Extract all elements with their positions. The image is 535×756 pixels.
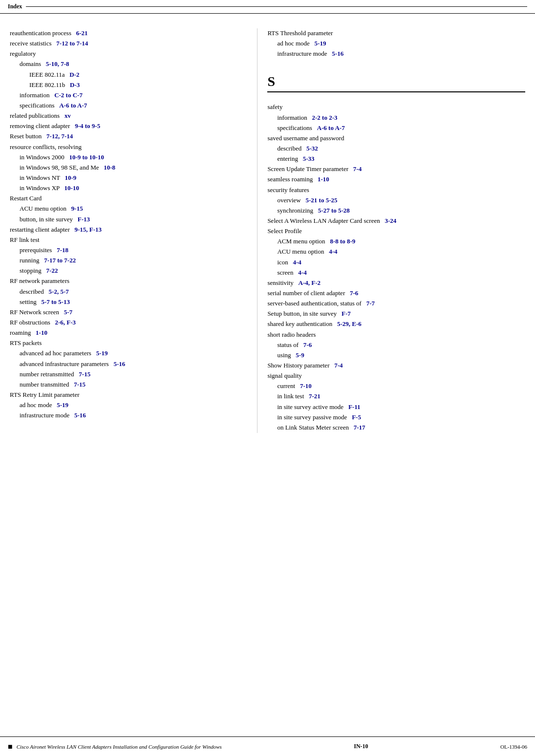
page-ref: 7-17 to 7-22 — [44, 257, 76, 264]
index-entry: ACU menu option 4-4 — [267, 247, 525, 257]
index-entry: serial number of client adapter 7-6 — [267, 288, 525, 298]
index-entry: Show History parameter 7-4 — [267, 361, 525, 370]
entry-text: IEEE 802.11a D-2 — [10, 71, 79, 78]
page-ref: 7-12, 7-14 — [46, 132, 73, 140]
index-entry: reauthentication process 6-21 — [10, 28, 247, 38]
index-entry: ad hoc mode 5-19 — [10, 400, 247, 410]
entry-text: security features — [267, 186, 309, 194]
page-ref: 8-8 to 8-9 — [330, 238, 355, 245]
page-ref: 7-7 — [366, 300, 375, 307]
page-ref: 9-15, F-13 — [74, 226, 102, 233]
entry-text: restarting client adapter 9-15, F-13 — [10, 226, 102, 233]
footer-icon: ■ — [8, 742, 13, 751]
page-header: Index — [0, 0, 535, 14]
entry-text: seamless roaming 1-10 — [267, 175, 329, 183]
entry-text: ad hoc mode 5-19 — [267, 40, 326, 47]
index-entry: in Windows 98, 98 SE, and Me 10-8 — [10, 163, 247, 173]
page-ref: 7-15 — [79, 370, 90, 378]
index-entry: in site survey passive mode F-5 — [267, 412, 525, 422]
index-entry: saved username and password — [267, 133, 525, 143]
footer-page-number: IN-10 — [354, 743, 368, 750]
index-entry: removing client adapter 9-4 to 9-5 — [10, 121, 247, 131]
entry-text: ACU menu option 9-15 — [10, 205, 83, 212]
index-entry: in link test 7-21 — [267, 391, 525, 401]
entry-text: receive statistics 7-12 to 7-14 — [10, 40, 88, 47]
page-ref: D-2 — [69, 71, 79, 78]
index-entry: Reset button 7-12, 7-14 — [10, 131, 247, 141]
index-entry: advanced infrastructure parameters 5-16 — [10, 359, 247, 369]
entry-text: advanced infrastructure parameters 5-16 — [10, 360, 125, 367]
index-entry: related publications xv — [10, 111, 247, 121]
index-entry: Setup button, in site survey F-7 — [267, 309, 525, 319]
index-entry: icon 4-4 — [267, 258, 525, 267]
entry-text: number retransmitted 7-15 — [10, 370, 90, 378]
index-entry: Screen Update Timer parameter 7-4 — [267, 164, 525, 174]
entry-text: number transmitted 7-15 — [10, 381, 86, 388]
entry-text: RF link test — [10, 236, 40, 243]
entry-text: prerequisites 7-18 — [10, 246, 68, 254]
index-entry: number retransmitted 7-15 — [10, 369, 247, 379]
index-entry: in site survey active mode F-11 — [267, 402, 525, 412]
page-ref: 7-6 — [303, 341, 312, 348]
main-content: reauthentication process 6-21receive sta… — [0, 14, 535, 462]
page-container: Index reauthentication process 6-21recei… — [0, 0, 535, 756]
entry-text: RTS Threshold parameter — [267, 29, 333, 37]
entry-text: RTS packets — [10, 339, 42, 346]
index-entry: RF network parameters — [10, 276, 247, 286]
entry-text: signal quality — [267, 372, 301, 379]
index-entry: domains 5-10, 7-8 — [10, 59, 247, 69]
index-entry: in Windows NT 10-9 — [10, 173, 247, 183]
entry-text: described 5-2, 5-7 — [10, 288, 69, 295]
index-entry: infrastructure mode 5-16 — [10, 410, 247, 420]
index-entry: described 5-32 — [267, 144, 525, 153]
page-ref: 5-29, E-6 — [337, 320, 362, 327]
footer-title: Cisco Aironet Wireless LAN Client Adapte… — [17, 744, 222, 750]
entry-text: domains 5-10, 7-8 — [10, 60, 69, 67]
page-ref: F-13 — [78, 216, 90, 223]
entry-text: Setup button, in site survey F-7 — [267, 310, 350, 317]
page-ref: 6-21 — [76, 29, 88, 37]
index-entry: shared key authentication 5-29, E-6 — [267, 319, 525, 329]
page-ref: 2-6, F-3 — [55, 319, 76, 326]
index-entry: described 5-2, 5-7 — [10, 287, 247, 297]
page-footer: ■ Cisco Aironet Wireless LAN Client Adap… — [0, 736, 535, 756]
entry-text: infrastructure mode 5-16 — [10, 411, 86, 419]
entry-text: regulatory — [10, 50, 36, 57]
entry-text: reauthentication process 6-21 — [10, 29, 88, 37]
page-ref: 7-6 — [350, 289, 358, 297]
page-ref: 5-27 to 5-28 — [318, 207, 350, 214]
index-entry: screen 4-4 — [267, 268, 525, 278]
entry-text: stopping 7-22 — [10, 267, 58, 274]
spacer — [267, 59, 525, 64]
entry-text: shared key authentication 5-29, E-6 — [267, 320, 361, 327]
page-ref: F-11 — [348, 403, 361, 410]
entry-text: in site survey active mode F-11 — [267, 403, 360, 410]
index-entry: information C-2 to C-7 — [10, 90, 247, 100]
index-entry: setting 5-7 to 5-13 — [10, 297, 247, 307]
page-ref: 10-8 — [104, 164, 115, 171]
entry-text: server-based authentication, status of 7… — [267, 300, 375, 307]
entry-text: Show History parameter 7-4 — [267, 362, 342, 369]
entry-text: overview 5-21 to 5-25 — [267, 196, 337, 204]
entry-text: in Windows NT 10-9 — [10, 174, 76, 181]
entry-text: advanced ad hoc parameters 5-19 — [10, 349, 108, 357]
index-entry: IEEE 802.11b D-3 — [10, 80, 247, 90]
page-ref: 9-15 — [71, 205, 83, 212]
entry-text: running 7-17 to 7-22 — [10, 257, 76, 264]
page-ref: 5-33 — [303, 155, 315, 162]
page-ref: 5-9 — [296, 351, 304, 359]
index-entry: stopping 7-22 — [10, 266, 247, 276]
entry-text: Reset button 7-12, 7-14 — [10, 132, 73, 140]
index-entry: Select A Wireless LAN Adapter Card scree… — [267, 216, 525, 226]
entry-text: in link test 7-21 — [267, 392, 320, 400]
page-ref: 7-12 to 7-14 — [56, 40, 88, 47]
entry-text: current 7-10 — [267, 382, 311, 389]
section-letter-s: S — [267, 74, 525, 92]
page-ref: 5-19 — [57, 401, 68, 409]
page-ref: 5-10, 7-8 — [46, 60, 69, 67]
entry-text: synchronizing 5-27 to 5-28 — [267, 207, 349, 214]
page-ref: 1-10 — [318, 175, 329, 183]
entry-text: infrastructure mode 5-16 — [267, 50, 343, 57]
index-entry: RTS packets — [10, 338, 247, 348]
page-ref: 10-9 — [65, 174, 77, 181]
